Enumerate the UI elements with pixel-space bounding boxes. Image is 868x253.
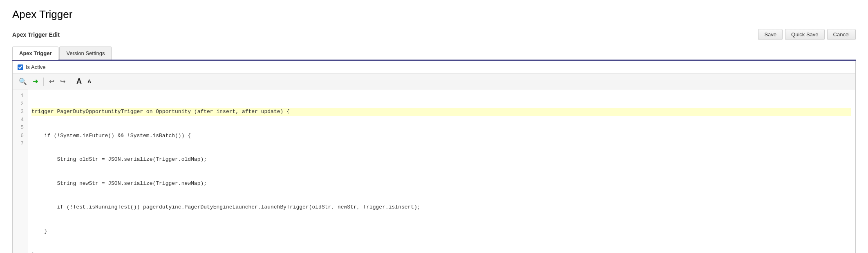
toolbar-buttons: Save Quick Save Cancel bbox=[758, 29, 856, 40]
code-editor: 1 2 3 4 5 6 7 trigger PagerDutyOpportuni… bbox=[13, 89, 855, 253]
code-line-1: trigger PagerDutyOpportunityTrigger on O… bbox=[31, 108, 851, 116]
line-number-4: 4 bbox=[16, 116, 24, 124]
code-line-3: String oldStr = JSON.serialize(Trigger.o… bbox=[31, 155, 851, 164]
line-number-1: 1 bbox=[16, 92, 24, 100]
line-number-5: 5 bbox=[16, 124, 24, 132]
page-title: Apex Trigger bbox=[12, 8, 856, 21]
code-line-2: if (!System.isFuture() && !System.isBatc… bbox=[31, 132, 851, 140]
arrow-right-icon[interactable]: ➜ bbox=[31, 77, 40, 86]
page-container: Apex Trigger Apex Trigger Edit Save Quic… bbox=[0, 0, 868, 253]
editor-panel: Is Active 🔍 ➜ ↩ ↪ A A 1 2 3 4 5 6 7 trig… bbox=[12, 61, 856, 253]
editor-toolbar: 🔍 ➜ ↩ ↪ A A bbox=[13, 74, 855, 89]
font-small-button[interactable]: A bbox=[85, 78, 93, 85]
toolbar-label: Apex Trigger Edit bbox=[12, 31, 60, 38]
is-active-label: Is Active bbox=[26, 64, 45, 70]
quick-save-button[interactable]: Quick Save bbox=[785, 29, 824, 40]
is-active-checkbox[interactable] bbox=[18, 64, 23, 70]
line-number-7: 7 bbox=[16, 140, 24, 148]
code-line-5: if (!Test.isRunningTest()) pagerdutyinc.… bbox=[31, 203, 851, 211]
line-number-2: 2 bbox=[16, 100, 24, 108]
code-line-6: } bbox=[31, 227, 851, 235]
toolbar-row: Apex Trigger Edit Save Quick Save Cancel bbox=[12, 29, 856, 40]
line-number-3: 3 bbox=[16, 108, 24, 116]
toolbar-separator-1 bbox=[43, 78, 44, 86]
redo-icon[interactable]: ↪ bbox=[58, 77, 67, 86]
undo-icon[interactable]: ↩ bbox=[47, 77, 56, 86]
font-large-button[interactable]: A bbox=[74, 76, 84, 87]
tab-apex-trigger[interactable]: Apex Trigger bbox=[12, 47, 58, 60]
code-line-7: } bbox=[31, 251, 851, 253]
search-icon[interactable]: 🔍 bbox=[17, 77, 29, 86]
is-active-row: Is Active bbox=[13, 61, 855, 74]
tabs-container: Apex Trigger Version Settings bbox=[12, 47, 856, 61]
code-content[interactable]: trigger PagerDutyOpportunityTrigger on O… bbox=[27, 89, 855, 253]
cancel-button[interactable]: Cancel bbox=[827, 29, 856, 40]
line-numbers: 1 2 3 4 5 6 7 bbox=[13, 89, 27, 253]
tab-version-settings[interactable]: Version Settings bbox=[59, 47, 112, 60]
code-line-4: String newStr = JSON.serialize(Trigger.n… bbox=[31, 180, 851, 188]
toolbar-separator-2 bbox=[71, 78, 71, 86]
line-number-6: 6 bbox=[16, 132, 24, 140]
save-button[interactable]: Save bbox=[758, 29, 783, 40]
